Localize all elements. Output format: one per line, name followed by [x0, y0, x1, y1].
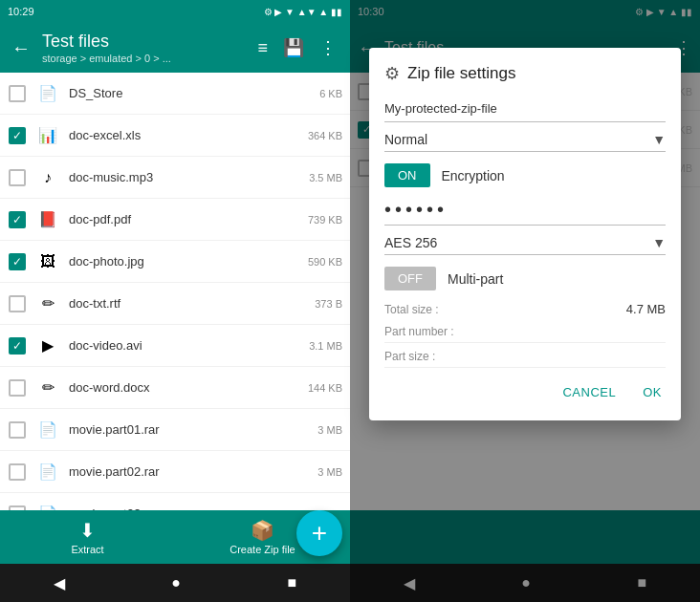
left-time: 10:29: [8, 6, 264, 17]
left-status-bar: 10:29 ⚙ ▶ ▼ ▲▼ ▲ ▮▮: [0, 0, 350, 23]
file-checkbox[interactable]: ✓: [8, 252, 27, 271]
dialog-title-text: Zip file settings: [407, 64, 515, 83]
checkbox-unchecked: [9, 379, 26, 397]
file-type-icon: ✏: [34, 375, 61, 401]
file-name: doc-excel.xls: [69, 128, 300, 142]
file-name: doc-txt.rtf: [69, 296, 307, 311]
file-name: doc-video.avi: [69, 338, 301, 353]
create-zip-label: Create Zip file: [230, 544, 295, 555]
compression-dropdown-icon: ▼: [652, 132, 666, 147]
breadcrumb: storage > emulated > 0 > ...: [42, 53, 244, 64]
list-item[interactable]: 📄movie.part03.rar3 MB: [0, 493, 350, 510]
file-type-icon: 📄: [34, 417, 61, 443]
right-panel: 10:30 ⚙ ▶ ▼ ▲ ▮▮ ← Test files ⋮ 📄 DS_Sto…: [350, 0, 700, 602]
file-checkbox[interactable]: [8, 294, 27, 313]
part-number-row: Part number :: [384, 324, 666, 343]
file-checkbox[interactable]: ✓: [8, 336, 27, 355]
encryption-toggle-row: ON Encryption: [384, 163, 666, 187]
compression-value: Normal: [384, 132, 652, 147]
encryption-toggle-button[interactable]: ON: [384, 163, 430, 187]
cancel-button[interactable]: CANCEL: [558, 379, 620, 405]
file-size: 3.5 MB: [309, 172, 342, 183]
file-type-icon: 📄: [34, 80, 61, 107]
file-checkbox[interactable]: ✓: [8, 210, 27, 229]
dialog-title-row: ⚙ Zip file settings: [384, 63, 666, 84]
sd-card-icon[interactable]: 💾: [277, 33, 310, 62]
list-item[interactable]: ✓▶doc-video.avi3.1 MB: [0, 325, 350, 367]
file-size: 3.1 MB: [309, 340, 342, 352]
part-size-label: Part size :: [384, 350, 461, 363]
fab-icon: +: [312, 518, 327, 548]
list-item[interactable]: ✏doc-word.docx144 KB: [0, 367, 350, 409]
toolbar-title-area: Test files storage > emulated > 0 > ...: [42, 32, 244, 64]
back-nav-button[interactable]: ◀: [54, 574, 65, 592]
gear-icon: ⚙: [384, 63, 400, 84]
list-item[interactable]: ✓📕doc-pdf.pdf739 KB: [0, 199, 350, 241]
extract-icon: ⬇: [79, 519, 96, 542]
file-checkbox[interactable]: ✓: [8, 126, 27, 145]
total-size-value: 4.7 MB: [626, 302, 666, 316]
checkbox-unchecked: [9, 169, 26, 186]
file-list: 📄DS_Store6 KB✓📊doc-excel.xls364 KB♪doc-m…: [0, 73, 350, 510]
file-size: 739 KB: [308, 214, 342, 226]
total-size-label: Total size :: [384, 303, 626, 316]
algo-dropdown-icon: ▼: [652, 235, 666, 250]
checkbox-unchecked: [9, 85, 26, 102]
file-size: 364 KB: [308, 130, 342, 141]
list-item[interactable]: ✓🖼doc-photo.jpg590 KB: [0, 241, 350, 283]
left-nav-bar: ◀ ● ■: [0, 564, 350, 602]
file-checkbox[interactable]: [8, 462, 27, 482]
left-status-icons: ⚙ ▶ ▼ ▲▼ ▲ ▮▮: [264, 7, 342, 17]
page-title: Test files: [42, 32, 244, 53]
checkbox-checked: ✓: [9, 337, 26, 355]
file-name: doc-photo.jpg: [69, 254, 300, 269]
file-type-icon: ▶: [34, 333, 61, 359]
bottom-bar: ⬇ Extract 📦 Create Zip file +: [0, 510, 350, 564]
list-item[interactable]: ✓📊doc-excel.xls364 KB: [0, 115, 350, 157]
total-size-row: Total size : 4.7 MB: [384, 302, 666, 316]
ok-button[interactable]: OK: [639, 379, 666, 405]
filter-icon[interactable]: ≡: [252, 34, 273, 62]
compression-select-row[interactable]: Normal ▼: [384, 132, 666, 152]
part-size-row: Part size :: [384, 349, 666, 368]
fab-button[interactable]: +: [296, 510, 342, 556]
password-field[interactable]: ••••••: [384, 199, 666, 226]
file-size: 6 KB: [319, 88, 342, 99]
encryption-label: Encryption: [442, 168, 505, 183]
dialog-actions: CANCEL OK: [384, 379, 666, 405]
filename-input[interactable]: [384, 97, 666, 122]
part-number-input[interactable]: [461, 324, 666, 338]
list-item[interactable]: 📄movie.part02.rar3 MB: [0, 451, 350, 493]
back-button[interactable]: ←: [8, 33, 34, 63]
zip-settings-dialog: ⚙ Zip file settings Normal ▼ ON Encrypti…: [369, 48, 681, 420]
extract-button[interactable]: ⬇ Extract: [0, 510, 175, 564]
multipart-toggle-button[interactable]: OFF: [384, 267, 436, 290]
file-type-icon: 📄: [34, 459, 61, 485]
file-checkbox[interactable]: [8, 420, 27, 440]
list-item[interactable]: ✏doc-txt.rtf373 B: [0, 283, 350, 325]
file-type-icon: 📕: [34, 206, 61, 233]
zip-icon: 📦: [251, 519, 274, 542]
file-type-icon: ✏: [34, 290, 61, 317]
multipart-toggle-row: OFF Multi-part: [384, 267, 666, 290]
overflow-menu-icon[interactable]: ⋮: [314, 33, 342, 62]
list-item[interactable]: ♪doc-music.mp33.5 MB: [0, 157, 350, 199]
file-checkbox[interactable]: [8, 378, 27, 398]
multipart-label: Multi-part: [448, 271, 503, 287]
file-checkbox[interactable]: [8, 168, 27, 187]
list-item[interactable]: 📄movie.part01.rar3 MB: [0, 409, 350, 451]
file-size: 373 B: [315, 298, 342, 310]
encryption-algo-value: AES 256: [384, 235, 652, 250]
checkbox-unchecked: [9, 463, 26, 481]
part-size-input[interactable]: [461, 349, 666, 363]
home-nav-button[interactable]: ●: [171, 574, 181, 591]
encryption-algo-select-row[interactable]: AES 256 ▼: [384, 235, 666, 255]
file-checkbox[interactable]: [8, 84, 27, 103]
recent-nav-button[interactable]: ■: [288, 574, 297, 591]
part-number-label: Part number :: [384, 325, 461, 338]
list-item[interactable]: 📄DS_Store6 KB: [0, 73, 350, 115]
file-name: movie.part01.rar: [69, 422, 310, 437]
left-panel: 10:29 ⚙ ▶ ▼ ▲▼ ▲ ▮▮ ← Test files storage…: [0, 0, 350, 602]
left-toolbar: ← Test files storage > emulated > 0 > ..…: [0, 23, 350, 73]
checkbox-unchecked: [9, 295, 26, 312]
